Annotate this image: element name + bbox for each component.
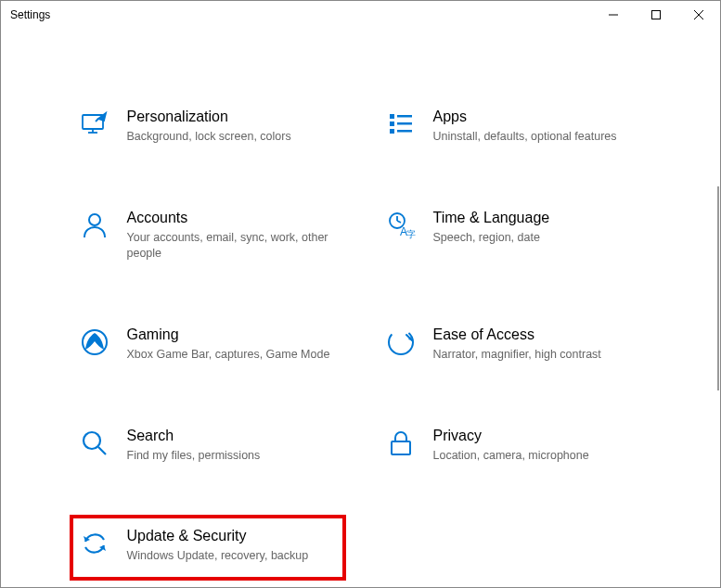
- tile-update-security[interactable]: Update & Security Windows Update, recove…: [70, 515, 346, 581]
- svg-rect-10: [390, 129, 394, 134]
- svg-line-24: [98, 447, 106, 454]
- tile-title: Update & Security: [127, 528, 337, 544]
- close-button[interactable]: [677, 1, 720, 29]
- tile-title: Privacy: [433, 428, 643, 444]
- svg-rect-1: [652, 11, 661, 19]
- search-icon: [79, 428, 110, 459]
- titlebar: Settings: [1, 1, 720, 29]
- svg-rect-9: [390, 121, 394, 126]
- gaming-icon: [79, 326, 110, 358]
- tile-desc: Your accounts, email, sync, work, other …: [127, 230, 337, 262]
- tile-title: Gaming: [127, 326, 337, 343]
- svg-point-14: [89, 214, 100, 225]
- tile-time-language[interactable]: A 字 Time & Language Speech, region, date: [380, 204, 649, 267]
- time-language-icon: A 字: [385, 210, 417, 241]
- scrollbar[interactable]: [717, 186, 719, 390]
- window-title: Settings: [10, 8, 50, 21]
- accounts-icon: [79, 210, 110, 241]
- svg-rect-11: [397, 115, 412, 118]
- tile-title: Search: [127, 428, 337, 444]
- tile-text: Update & Security Windows Update, recove…: [127, 528, 337, 564]
- privacy-icon: [385, 428, 417, 459]
- tile-title: Apps: [433, 109, 643, 125]
- tile-text: Privacy Location, camera, microphone: [433, 428, 643, 464]
- tile-gaming[interactable]: Gaming Xbox Game Bar, captures, Game Mod…: [73, 321, 342, 368]
- svg-rect-8: [390, 114, 394, 119]
- settings-grid: Personalization Background, lock screen,…: [73, 103, 649, 573]
- update-icon: [79, 528, 110, 559]
- tile-desc: Speech, region, date: [433, 230, 643, 246]
- tile-text: Time & Language Speech, region, date: [433, 210, 643, 246]
- tile-accounts[interactable]: Accounts Your accounts, email, sync, wor…: [73, 204, 342, 267]
- svg-rect-13: [397, 130, 412, 133]
- minimize-button[interactable]: [592, 1, 635, 29]
- tile-title: Personalization: [127, 109, 337, 125]
- tile-title: Accounts: [127, 210, 337, 226]
- tile-title: Time & Language: [433, 210, 643, 226]
- personalization-icon: [79, 109, 110, 140]
- tile-title: Ease of Access: [433, 326, 643, 343]
- window-controls: [592, 1, 720, 29]
- tile-text: Search Find my files, permissions: [127, 428, 337, 464]
- tile-text: Gaming Xbox Game Bar, captures, Game Mod…: [127, 326, 337, 363]
- apps-icon: [385, 109, 417, 140]
- tile-desc: Uninstall, defaults, optional features: [433, 129, 643, 145]
- ease-of-access-icon: [385, 326, 417, 358]
- tile-ease-of-access[interactable]: Ease of Access Narrator, magnifier, high…: [380, 321, 649, 368]
- tile-search[interactable]: Search Find my files, permissions: [73, 422, 342, 469]
- tile-text: Apps Uninstall, defaults, optional featu…: [433, 109, 643, 145]
- svg-point-21: [389, 330, 413, 354]
- tile-text: Personalization Background, lock screen,…: [127, 109, 337, 145]
- svg-rect-12: [397, 122, 412, 125]
- tile-text: Ease of Access Narrator, magnifier, high…: [433, 326, 643, 363]
- tile-desc: Windows Update, recovery, backup: [127, 548, 337, 564]
- svg-point-23: [84, 432, 100, 449]
- tile-desc: Location, camera, microphone: [433, 448, 643, 464]
- svg-line-7: [96, 119, 98, 121]
- settings-content: Personalization Background, lock screen,…: [1, 29, 720, 587]
- tile-desc: Narrator, magnifier, high contrast: [433, 347, 643, 363]
- tile-desc: Xbox Game Bar, captures, Game Mode: [127, 347, 337, 363]
- tile-personalization[interactable]: Personalization Background, lock screen,…: [73, 103, 342, 150]
- tile-text: Accounts Your accounts, email, sync, wor…: [127, 210, 337, 262]
- svg-rect-25: [392, 441, 410, 454]
- tile-apps[interactable]: Apps Uninstall, defaults, optional featu…: [380, 103, 649, 150]
- svg-line-17: [397, 221, 401, 223]
- tile-desc: Background, lock screen, colors: [127, 129, 337, 145]
- tile-privacy[interactable]: Privacy Location, camera, microphone: [380, 422, 649, 469]
- svg-text:字: 字: [406, 229, 416, 239]
- tile-desc: Find my files, permissions: [127, 448, 337, 464]
- maximize-button[interactable]: [635, 1, 677, 29]
